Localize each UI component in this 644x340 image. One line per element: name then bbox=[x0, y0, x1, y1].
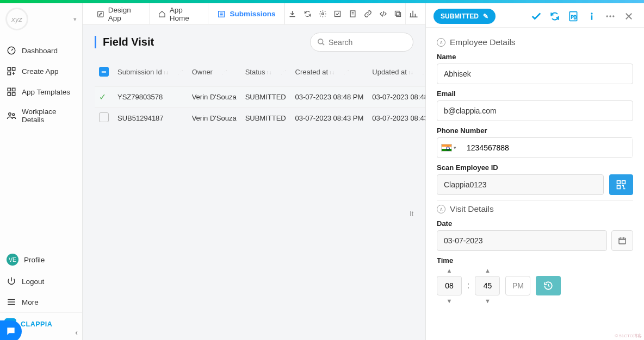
date-field[interactable]: 03-07-2023 bbox=[437, 230, 607, 251]
name-field[interactable] bbox=[437, 64, 633, 84]
copy-tool-button[interactable] bbox=[391, 3, 406, 25]
svg-rect-24 bbox=[617, 181, 621, 184]
minute-field[interactable]: 45 bbox=[475, 276, 500, 295]
hour-down-button[interactable]: ▼ bbox=[447, 298, 453, 304]
svg-rect-25 bbox=[622, 181, 626, 184]
search-input[interactable] bbox=[329, 38, 406, 47]
svg-rect-5 bbox=[13, 88, 15, 91]
settings-button[interactable] bbox=[315, 3, 330, 25]
time-reset-button[interactable] bbox=[536, 276, 561, 295]
check-icon bbox=[530, 10, 542, 22]
svg-rect-3 bbox=[8, 72, 10, 75]
refresh-panel-button[interactable] bbox=[547, 9, 562, 24]
table-row[interactable]: ✓ YSZ79803578 Verin D'Souza SUBMITTED 03… bbox=[95, 87, 425, 108]
approve-button[interactable] bbox=[529, 9, 544, 24]
minute-up-button[interactable]: ▲ bbox=[485, 267, 491, 274]
hour-field[interactable]: 08 bbox=[437, 276, 462, 295]
qr-icon bbox=[616, 179, 627, 190]
search-box[interactable] bbox=[310, 33, 413, 52]
section-employee-details[interactable]: ∧ Employee Details bbox=[437, 37, 633, 47]
sidebar-item-profile[interactable]: VE Profile bbox=[0, 248, 82, 271]
tab-design-app[interactable]: Design App bbox=[88, 3, 150, 25]
row-checkbox[interactable] bbox=[99, 112, 109, 122]
checkbox-tool-button[interactable] bbox=[330, 3, 345, 25]
email-field[interactable] bbox=[437, 100, 633, 121]
document-tool-button[interactable] bbox=[345, 3, 361, 25]
info-icon bbox=[586, 11, 597, 22]
chevron-down-icon: ▾ bbox=[73, 16, 77, 23]
sidebar-item-create-app[interactable]: Create App bbox=[0, 61, 82, 81]
sidebar-item-app-templates[interactable]: App Templates bbox=[0, 81, 82, 102]
copy-icon bbox=[394, 10, 402, 18]
col-owner[interactable]: Owner⋰ bbox=[188, 60, 241, 87]
chat-bubble-button[interactable] bbox=[0, 320, 22, 340]
gear-icon bbox=[319, 10, 327, 18]
embed-tool-button[interactable] bbox=[375, 3, 391, 25]
label-name: Name bbox=[437, 53, 633, 61]
sidebar-item-label: Create App bbox=[22, 67, 59, 75]
svg-point-21 bbox=[606, 15, 608, 17]
ampm-toggle[interactable]: PM bbox=[505, 276, 530, 295]
sidebar-item-label: Workplace Details bbox=[22, 108, 76, 124]
scan-qr-button[interactable] bbox=[609, 174, 633, 195]
sidebar-item-dashboard[interactable]: Dashboard bbox=[0, 40, 82, 61]
edit-box-icon bbox=[97, 10, 104, 18]
hour-up-button[interactable]: ▲ bbox=[447, 267, 453, 274]
country-flag-picker[interactable]: ▾ bbox=[437, 144, 460, 152]
svg-point-12 bbox=[321, 13, 324, 15]
analytics-button[interactable] bbox=[406, 3, 421, 25]
phone-input[interactable] bbox=[460, 138, 633, 158]
label-scan-empid: Scan Employee ID bbox=[437, 163, 633, 172]
link-icon bbox=[364, 10, 372, 18]
status-pill[interactable]: SUBMITTED ✎ bbox=[434, 9, 496, 24]
svg-rect-4 bbox=[8, 88, 10, 91]
menu-icon bbox=[7, 297, 16, 307]
table-row[interactable]: SUB51294187 Verin D'Souza SUBMITTED 03-0… bbox=[95, 108, 425, 129]
refresh-icon bbox=[304, 10, 312, 18]
grid-icon bbox=[7, 87, 16, 97]
tab-submissions[interactable]: Submissions bbox=[208, 3, 284, 25]
row-selected-check-icon[interactable]: ✓ bbox=[99, 92, 106, 102]
calendar-button[interactable] bbox=[611, 230, 633, 251]
sidebar-item-workplace-details[interactable]: Workplace Details bbox=[0, 102, 82, 129]
section-visit-details[interactable]: ∧ Visit Details bbox=[437, 204, 633, 214]
calendar-icon bbox=[618, 236, 627, 245]
sidebar: xyz ▾ Dashboard Create App App Template bbox=[0, 3, 83, 340]
svg-rect-1 bbox=[8, 67, 10, 70]
select-all-checkbox[interactable]: ━ bbox=[99, 67, 109, 77]
svg-point-8 bbox=[9, 113, 11, 116]
sidebar-item-logout[interactable]: Logout bbox=[0, 271, 82, 292]
check-box-icon bbox=[333, 10, 342, 18]
svg-point-17 bbox=[318, 39, 323, 44]
collapse-sidebar-button[interactable]: ‹ bbox=[75, 328, 78, 337]
refresh-icon bbox=[549, 11, 560, 22]
svg-rect-2 bbox=[13, 67, 15, 70]
sidebar-item-more[interactable]: More bbox=[0, 292, 82, 312]
refresh-button[interactable] bbox=[300, 3, 315, 25]
label-email: Email bbox=[437, 90, 633, 98]
col-updated-at[interactable]: Updated at↑↓⋰ bbox=[368, 60, 425, 87]
document-icon bbox=[349, 10, 357, 18]
info-button[interactable] bbox=[584, 9, 599, 24]
collapse-icon: ∧ bbox=[437, 38, 445, 47]
dots-icon bbox=[605, 11, 616, 22]
pdf-button[interactable] bbox=[566, 9, 581, 24]
employee-id-field: Clappia0123 bbox=[437, 174, 604, 195]
download-button[interactable] bbox=[284, 3, 300, 25]
tab-app-home[interactable]: App Home bbox=[150, 3, 208, 25]
more-button[interactable] bbox=[603, 9, 618, 24]
svg-rect-10 bbox=[98, 11, 103, 16]
time-separator: : bbox=[467, 281, 469, 291]
col-created-at[interactable]: Created at↑↓⋰ bbox=[291, 60, 368, 87]
close-panel-button[interactable] bbox=[621, 9, 636, 24]
home-icon bbox=[158, 10, 166, 18]
link-tool-button[interactable] bbox=[361, 3, 376, 25]
col-status[interactable]: Status↑↓⋰ bbox=[241, 60, 291, 87]
phone-field[interactable]: ▾ bbox=[437, 137, 633, 158]
list-icon bbox=[217, 10, 226, 18]
workspace-switcher[interactable]: xyz ▾ bbox=[0, 3, 82, 40]
sidebar-item-label: App Templates bbox=[22, 88, 70, 96]
col-submission-id[interactable]: Submission Id↑↓⋰ bbox=[113, 60, 188, 87]
svg-rect-13 bbox=[335, 11, 340, 17]
minute-down-button[interactable]: ▼ bbox=[485, 298, 491, 304]
